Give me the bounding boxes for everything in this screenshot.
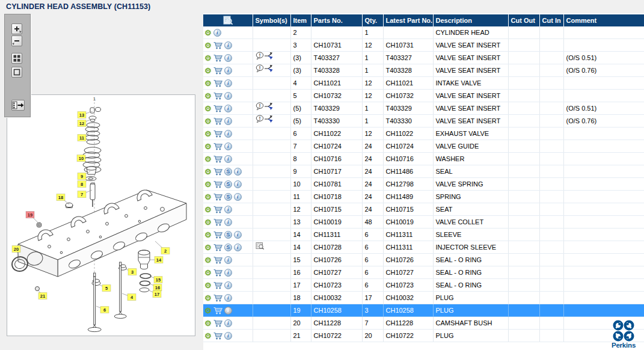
info-icon[interactable]: i	[224, 130, 232, 138]
cart-icon[interactable]	[213, 294, 222, 302]
info-icon[interactable]: i	[224, 54, 232, 62]
gear-icon[interactable]: ⚙	[204, 231, 212, 239]
table-row[interactable]: ⚙ Si10CH1078124CH12798VALVE SPRING	[203, 178, 644, 191]
table-row[interactable]: ⚙ i7CH1072424CH10724VALVE GUIDE	[203, 140, 644, 153]
info-icon[interactable]: i	[224, 41, 232, 49]
gear-icon[interactable]: ⚙	[204, 29, 212, 37]
zoom-in-button[interactable]	[11, 23, 22, 34]
gear-icon[interactable]: ⚙	[204, 218, 212, 226]
table-row[interactable]: ⚙ i13CH1001948CH10019VALVE COLLET	[203, 216, 644, 229]
gear-icon[interactable]: ⚙	[204, 193, 212, 201]
gear-icon[interactable]: ⚙	[204, 180, 212, 188]
table-row[interactable]: ⚙ i17CH107236CH10723SEAL - O RING	[203, 279, 644, 292]
gear-icon[interactable]: ⚙	[204, 319, 212, 327]
table-row[interactable]: ⚙ i12CH1071524CH10715SEAT	[203, 203, 644, 216]
superseded-icon[interactable]: S	[224, 193, 232, 201]
info-icon[interactable]: i	[224, 332, 232, 340]
info-icon[interactable]: i	[224, 92, 232, 100]
cart-icon[interactable]	[213, 92, 222, 100]
superseded-icon[interactable]: S	[224, 168, 232, 176]
cart-icon[interactable]	[213, 218, 222, 226]
cart-icon[interactable]	[213, 307, 222, 315]
cart-icon[interactable]	[213, 269, 222, 277]
table-row[interactable]: ⚙ i6CH1102212CH11022EXHAUST VALVE	[203, 127, 644, 140]
cart-icon[interactable]	[213, 332, 222, 340]
table-row[interactable]: ⚙ i ! (3)T4033281T403328VALVE SEAT INSER…	[203, 64, 644, 77]
table-row[interactable]: ⚙ i15CH107266CH10726SEAL - O RING	[203, 254, 644, 266]
info-icon[interactable]: i	[224, 294, 232, 302]
table-row[interactable]: ⚙ i ! (3)T4033271T403327VALVE SEAT INSER…	[203, 52, 644, 64]
gear-icon[interactable]: ⚙	[204, 269, 212, 277]
info-icon[interactable]: i	[224, 319, 232, 327]
info-icon[interactable]: i	[224, 79, 232, 87]
cart-icon[interactable]	[213, 79, 222, 87]
info-icon[interactable]: i	[224, 281, 232, 289]
info-icon[interactable]: i	[234, 193, 242, 201]
gear-icon[interactable]: ⚙	[204, 294, 212, 302]
superseded-icon[interactable]: S	[224, 244, 232, 251]
gear-icon[interactable]: ⚙	[204, 143, 212, 150]
cart-icon[interactable]	[213, 206, 222, 213]
superseded-icon[interactable]: S	[224, 231, 232, 239]
table-row[interactable]: ⚙ i ! (5)T4033301T403330VALVE SEAT INSER…	[203, 115, 644, 127]
gear-icon[interactable]: ⚙	[204, 67, 212, 75]
gear-icon[interactable]: ⚙	[204, 332, 212, 340]
full-view-button[interactable]	[11, 67, 22, 78]
gear-icon[interactable]: ⚙	[204, 206, 212, 213]
info-icon[interactable]: i	[224, 307, 232, 315]
info-icon[interactable]: i	[234, 244, 242, 251]
toggle-list-panel-button[interactable]	[11, 100, 25, 111]
table-row[interactable]: ⚙ i ! (5)T4033291T403329VALVE SEAT INSER…	[203, 102, 644, 115]
cart-icon[interactable]	[213, 41, 222, 49]
cart-icon[interactable]	[213, 117, 222, 125]
info-icon[interactable]: i	[224, 105, 232, 112]
table-row[interactable]: ⚙ Si9CH1071724CH11486SEAL	[203, 165, 644, 178]
cart-icon[interactable]	[213, 155, 222, 163]
zoom-out-button[interactable]	[11, 35, 22, 46]
table-row[interactable]: ⚙ Si 14CH107286CH11311INJECTOR SLEEVE	[203, 241, 644, 254]
table-row[interactable]: ⚙ i3CH1073112CH10731VALVE SEAT INSERT	[203, 39, 644, 52]
cart-icon[interactable]	[213, 105, 222, 112]
cart-icon[interactable]	[213, 244, 222, 251]
cart-icon[interactable]	[213, 193, 222, 201]
info-icon[interactable]: i	[224, 256, 232, 264]
gear-icon[interactable]: ⚙	[204, 244, 212, 251]
table-row[interactable]: ⚙i21CYLINDER HEAD	[203, 26, 644, 39]
gear-icon[interactable]: ⚙	[204, 92, 212, 100]
table-row[interactable]: ⚙ i16CH107276CH10727SEAL - O RING	[203, 266, 644, 279]
superseded-icon[interactable]: S	[224, 180, 232, 188]
table-row[interactable]: ⚙ i4CH1102112CH11021INTAKE VALVE	[203, 77, 644, 90]
info-icon[interactable]: i	[234, 168, 242, 176]
info-icon[interactable]: i	[224, 206, 232, 213]
info-icon[interactable]: i	[224, 155, 232, 163]
gear-icon[interactable]: ⚙	[204, 41, 212, 49]
gear-icon[interactable]: ⚙	[204, 117, 212, 125]
info-icon[interactable]: i	[224, 67, 232, 75]
gear-icon[interactable]: ⚙	[204, 130, 212, 138]
cart-icon[interactable]	[213, 67, 222, 75]
cart-icon[interactable]	[213, 54, 222, 62]
cart-icon[interactable]	[213, 180, 222, 188]
tile-view-button[interactable]	[11, 53, 22, 64]
table-row[interactable]: ⚙ i5CH1073212CH10732VALVE SEAT INSERT	[203, 90, 644, 102]
info-icon[interactable]: i	[224, 117, 232, 125]
cart-icon[interactable]	[213, 130, 222, 138]
table-row-selected[interactable]: ⚙ i19CH102583CH10258PLUG	[203, 304, 644, 317]
cart-icon[interactable]	[213, 143, 222, 150]
info-icon[interactable]: i	[234, 231, 242, 239]
gear-icon[interactable]: ⚙	[204, 256, 212, 264]
cart-icon[interactable]	[213, 319, 222, 327]
gear-icon[interactable]: ⚙	[204, 281, 212, 289]
info-icon[interactable]: i	[224, 143, 232, 150]
info-icon[interactable]: i	[224, 218, 232, 226]
cart-icon[interactable]	[213, 281, 222, 289]
gear-icon[interactable]: ⚙	[204, 54, 212, 62]
table-row[interactable]: ⚙ Si14CH113116CH11311SLEEVE	[203, 229, 644, 241]
gear-icon[interactable]: ⚙	[204, 155, 212, 163]
info-icon[interactable]: i	[234, 180, 242, 188]
table-row[interactable]: ⚙ Si11CH1071824CH11489SPRING	[203, 191, 644, 203]
table-row[interactable]: ⚙ i8CH1071624CH10716WASHER	[203, 153, 644, 165]
gear-icon[interactable]: ⚙	[204, 168, 212, 176]
cart-icon[interactable]	[213, 168, 222, 176]
gear-icon[interactable]: ⚙	[204, 105, 212, 112]
